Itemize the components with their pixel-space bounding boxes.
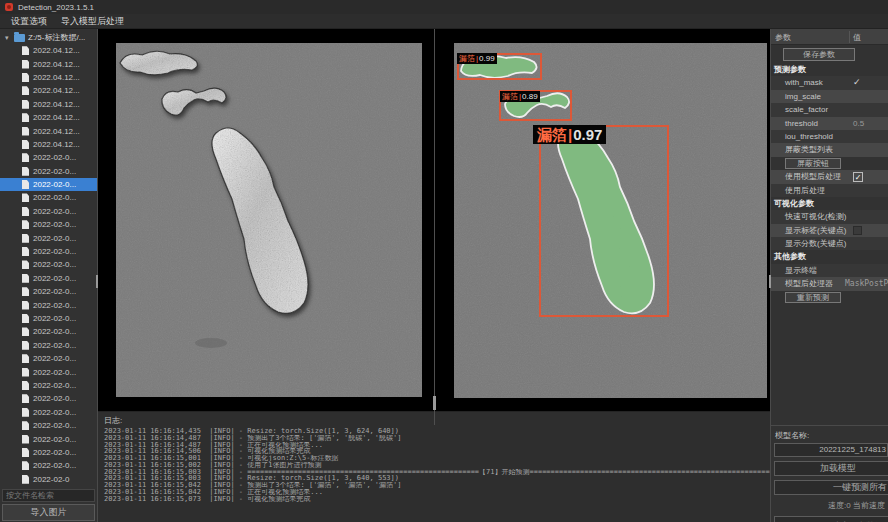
- tree-file-label: 2022-02-0...: [33, 234, 76, 243]
- param-row[interactable]: 屏蔽类型列表: [771, 143, 888, 156]
- tree-file-item[interactable]: 2022-02-0...: [0, 191, 97, 204]
- file-icon: [22, 354, 29, 363]
- prediction-image-view[interactable]: 漏箔|0.99 漏箔|0.89 漏箔|0.97: [454, 43, 767, 398]
- load-model-button[interactable]: 加载模型: [774, 461, 888, 476]
- tree-file-item[interactable]: 2022-02-0...: [0, 352, 97, 365]
- tree-file-item[interactable]: 2022-02-0...: [0, 325, 97, 338]
- param-row[interactable]: 使用模型后处理 ✓: [771, 170, 888, 183]
- tree-file-item[interactable]: 2022-02-0...: [0, 205, 97, 218]
- file-icon: [22, 113, 29, 122]
- tree-file-item[interactable]: 2022-02-0: [0, 473, 97, 486]
- file-icon: [22, 274, 29, 283]
- tree-file-item[interactable]: 2022-02-0...: [0, 298, 97, 311]
- tree-file-label: 2022-02-0...: [33, 368, 76, 377]
- tree-file-label: 2022-02-0...: [33, 180, 76, 189]
- param-row[interactable]: 预测参数: [771, 63, 888, 76]
- detection-label-3: 漏箔|0.97: [533, 125, 606, 144]
- param-row[interactable]: 显示标签(关键点): [771, 224, 888, 237]
- tree-root-folder[interactable]: ▾ Z:/5-标注数据/...: [0, 31, 97, 44]
- file-icon: [22, 408, 29, 417]
- param-row[interactable]: 快速可视化(检测): [771, 210, 888, 223]
- param-value[interactable]: MaskPostPro: [845, 277, 888, 290]
- tree-file-item[interactable]: 2022-02-0...: [0, 379, 97, 392]
- filename-search-input[interactable]: [2, 489, 95, 502]
- log-line: 2023-01-11 16:16:15,001 |INFO| - 可视化json…: [98, 455, 770, 462]
- tree-file-item[interactable]: 2022-02-0...: [0, 218, 97, 231]
- tree-file-label: 2022.04.12...: [33, 140, 80, 149]
- tree-file-item[interactable]: 2022-02-0...: [0, 339, 97, 352]
- tree-file-item[interactable]: 2022-02-0...: [0, 231, 97, 244]
- tree-file-label: 2022-02-0...: [33, 287, 76, 296]
- param-row[interactable]: 屏蔽按钮: [771, 157, 888, 170]
- title-bar: Detection_2023.1.5.1: [0, 0, 888, 14]
- tree-file-item[interactable]: 2022.04.12...: [0, 84, 97, 97]
- file-icon: [22, 46, 29, 55]
- file-icon: [22, 314, 29, 323]
- file-icon: [22, 327, 29, 336]
- log-line: 2023-01-11 16:16:15,003 |INFO| - Resize:…: [98, 475, 770, 482]
- predict-all-button[interactable]: 一键预测所有: [774, 480, 888, 495]
- splitter-handle-icon[interactable]: [433, 396, 436, 410]
- param-row[interactable]: iou_threshold: [771, 130, 888, 143]
- import-images-button[interactable]: 导入图片: [2, 504, 95, 521]
- param-row[interactable]: 重新预测: [771, 291, 888, 304]
- tree-file-item[interactable]: 2022-02-0...: [0, 432, 97, 445]
- tree-file-item[interactable]: 2022-02-0...: [0, 406, 97, 419]
- tree-file-item[interactable]: 2022-02-0...: [0, 258, 97, 271]
- tree-file-item[interactable]: 2022-02-0...: [0, 245, 97, 258]
- tree-file-item[interactable]: 2022-02-0...: [0, 459, 97, 472]
- tree-file-item[interactable]: 2022-02-0...: [0, 446, 97, 459]
- detection-box-3: [539, 125, 669, 317]
- tree-file-item[interactable]: 2022.04.12...: [0, 111, 97, 124]
- param-row[interactable]: 显示终端: [771, 264, 888, 277]
- file-icon: [22, 341, 29, 350]
- param-value[interactable]: [853, 226, 862, 235]
- menu-import-postprocess[interactable]: 导入模型后处理: [54, 15, 131, 28]
- postprocess-settings-button[interactable]: 后处理参数设置: [774, 516, 888, 522]
- param-row[interactable]: threshold 0.5: [771, 117, 888, 130]
- tree-file-item[interactable]: 2022.04.12...: [0, 98, 97, 111]
- param-row[interactable]: img_scale: [771, 90, 888, 103]
- tree-file-item[interactable]: 2022.04.12...: [0, 138, 97, 151]
- tree-file-label: 2022-02-0...: [33, 461, 76, 470]
- tree-file-item[interactable]: 2022-02-0...: [0, 365, 97, 378]
- image-viewers: 漏箔|0.99 漏箔|0.89 漏箔|0.97: [98, 29, 770, 411]
- param-label: 重新预测: [785, 292, 841, 303]
- tree-file-item[interactable]: 2022-02-0...: [0, 151, 97, 164]
- app-logo-icon: [5, 3, 13, 11]
- file-icon: [22, 260, 29, 269]
- raw-image-view[interactable]: [116, 43, 422, 397]
- param-value[interactable]: 0.5: [853, 117, 864, 130]
- tree-file-item[interactable]: 2022.04.12...: [0, 57, 97, 70]
- save-params-button[interactable]: 保存参数: [783, 48, 855, 61]
- tree-file-item[interactable]: 2022-02-0...: [0, 165, 97, 178]
- raw-image: [116, 43, 422, 397]
- menu-settings[interactable]: 设置选项: [4, 15, 54, 28]
- file-icon: [22, 475, 29, 484]
- tree-file-item[interactable]: 2022.04.12...: [0, 71, 97, 84]
- image-splitter[interactable]: [434, 29, 435, 425]
- tree-file-item[interactable]: 2022-02-0...: [0, 419, 97, 432]
- param-value[interactable]: ✓: [853, 172, 863, 182]
- param-value[interactable]: ✓: [853, 76, 861, 89]
- param-row[interactable]: scale_factor: [771, 103, 888, 116]
- param-row[interactable]: 其他参数: [771, 250, 888, 263]
- file-icon: [22, 73, 29, 82]
- param-label: 显示标签(关键点): [785, 224, 846, 237]
- model-name-field[interactable]: 20221225_174813: [774, 443, 888, 457]
- param-row[interactable]: 可视化参数: [771, 197, 888, 210]
- param-row[interactable]: 使用后处理: [771, 184, 888, 197]
- param-row[interactable]: 显示分数(关键点): [771, 237, 888, 250]
- tree-file-label: 2022-02-0...: [33, 435, 76, 444]
- chevron-down-icon[interactable]: ▾: [5, 34, 14, 42]
- param-row[interactable]: 模型后处理器 MaskPostPro: [771, 277, 888, 290]
- param-row[interactable]: with_mask ✓: [771, 76, 888, 89]
- tree-file-item[interactable]: 2022-02-0...: [0, 178, 97, 191]
- tree-file-item[interactable]: 2022.04.12...: [0, 124, 97, 137]
- tree-file-item[interactable]: 2022-02-0...: [0, 285, 97, 298]
- tree-file-item[interactable]: 2022.04.12...: [0, 44, 97, 57]
- tree-file-item[interactable]: 2022-02-0...: [0, 272, 97, 285]
- tree-file-item[interactable]: 2022-02-0...: [0, 392, 97, 405]
- tree-file-label: 2022.04.12...: [33, 46, 80, 55]
- tree-file-item[interactable]: 2022-02-0...: [0, 312, 97, 325]
